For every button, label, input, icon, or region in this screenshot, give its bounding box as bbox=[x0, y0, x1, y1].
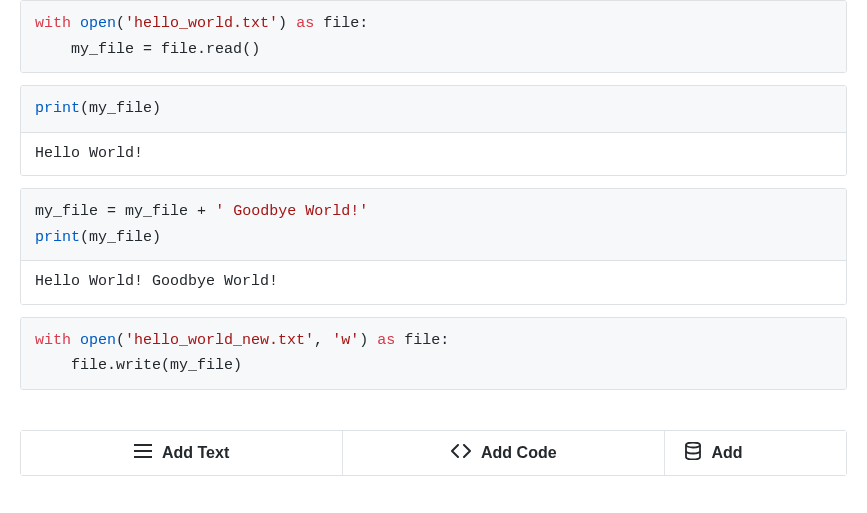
add-text-button[interactable]: Add Text bbox=[21, 431, 343, 475]
svg-point-3 bbox=[686, 442, 700, 447]
code-cell: my_file = my_file + ' Goodbye World!' pr… bbox=[20, 188, 847, 305]
notebook-area: with open('hello_world.txt') as file: my… bbox=[0, 0, 867, 390]
database-icon bbox=[685, 442, 701, 464]
code-input[interactable]: my_file = my_file + ' Goodbye World!' pr… bbox=[21, 189, 846, 260]
code-cell: with open('hello_world.txt') as file: my… bbox=[20, 0, 847, 73]
code-input[interactable]: with open('hello_world.txt') as file: my… bbox=[21, 1, 846, 72]
add-other-label: Add bbox=[711, 444, 742, 462]
code-cell: with open('hello_world_new.txt', 'w') as… bbox=[20, 317, 847, 390]
code-brackets-icon bbox=[451, 444, 471, 462]
add-other-button[interactable]: Add bbox=[665, 431, 846, 475]
code-output: Hello World! Goodbye World! bbox=[21, 260, 846, 304]
add-code-label: Add Code bbox=[481, 444, 557, 462]
code-output: Hello World! bbox=[21, 132, 846, 176]
code-cell: print(my_file)Hello World! bbox=[20, 85, 847, 176]
add-text-label: Add Text bbox=[162, 444, 229, 462]
code-input[interactable]: print(my_file) bbox=[21, 86, 846, 132]
code-input[interactable]: with open('hello_world_new.txt', 'w') as… bbox=[21, 318, 846, 389]
toolbar: Add Text Add Code Add bbox=[20, 430, 847, 476]
text-lines-icon bbox=[134, 444, 152, 462]
add-code-button[interactable]: Add Code bbox=[343, 431, 665, 475]
